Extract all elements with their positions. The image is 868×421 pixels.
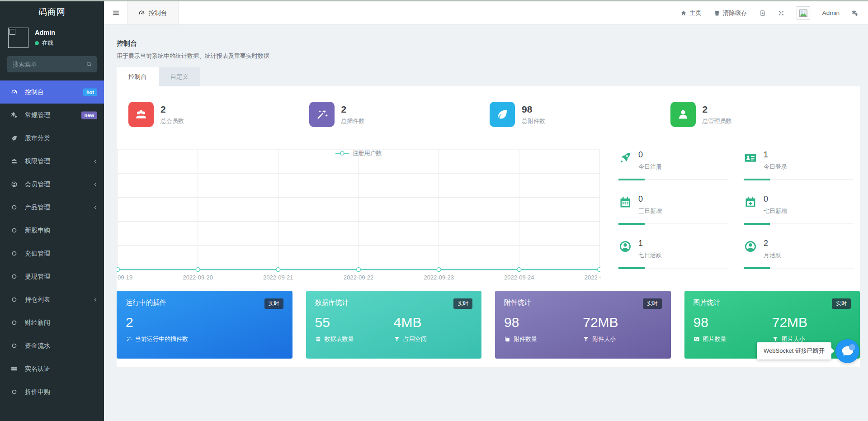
metric-card-body: 55 数据表数量 4MB 占用空间 — [315, 309, 473, 343]
quick-stat-text: 0 七日新增 — [764, 194, 787, 215]
svg-text:2022-09-21: 2022-09-21 — [263, 274, 293, 281]
quick-stat: 0 今日注册 — [618, 148, 728, 180]
quick-stat-value: 0 — [638, 150, 662, 160]
chevron-left-icon — [92, 158, 98, 164]
menu-search-input[interactable] — [7, 56, 97, 72]
metric-card-head: 附件统计 实时 — [504, 298, 662, 309]
quick-stat-label: 今日注册 — [638, 163, 662, 171]
circle-icon — [11, 296, 21, 303]
sidebar-item-label: 股市分类 — [25, 134, 50, 142]
content-tabs: 控制台 自定义 — [117, 67, 860, 86]
sidebar-item[interactable]: 新股申购 — [0, 219, 104, 242]
sidebar-item[interactable]: 折价申购 — [0, 380, 104, 403]
filter-icon — [394, 336, 400, 342]
metric-label: 当前运行中的插件数 — [135, 335, 188, 343]
page-subtitle: 用于展示当前系统中的统计数据、统计报表及重要实时数据 — [117, 52, 860, 60]
metric-card-body: 98 附件数量 72MB 附件大小 — [504, 309, 662, 343]
circle-icon — [11, 227, 21, 234]
stat-item: 2 总管理员数 — [670, 102, 851, 127]
quick-stat-text: 1 七日活跃 — [638, 239, 662, 260]
content-tab[interactable]: 控制台 — [117, 67, 159, 86]
quick-stat-text: 0 今日注册 — [638, 150, 662, 171]
sidebar-item[interactable]: 资金流水 — [0, 334, 104, 357]
chat-notch — [849, 344, 855, 350]
stat-text: 98 总附件数 — [522, 104, 545, 125]
stat-label: 总附件数 — [522, 117, 545, 125]
sidebar-item[interactable]: 常规管理 new — [0, 104, 104, 127]
chevron-left-icon — [92, 297, 98, 303]
metric-label: 图片数量 — [703, 335, 726, 343]
sidebar-item-label: 产品管理 — [25, 203, 50, 212]
users-icon — [11, 158, 21, 165]
user-panel: Admin 在线 — [0, 23, 104, 53]
stat-item: 98 总附件数 — [490, 102, 670, 127]
websocket-tooltip: WebSocket 链接已断开 — [757, 342, 831, 360]
quick-stats-grid: 0 今日注册 1 今日登录 — [618, 148, 854, 284]
stat-text: 2 总会员数 — [160, 104, 184, 125]
metric-label-row: 数据表数量 — [315, 335, 394, 343]
quick-stat-value: 0 — [764, 194, 787, 204]
menu-icon[interactable] — [112, 9, 120, 17]
registered-users-chart: 注册用户数 2022-09-192022-09-202022-09-212022… — [117, 148, 600, 284]
home-label: 主页 — [689, 9, 702, 17]
content-tab[interactable]: 自定义 — [159, 67, 201, 86]
user-circle-icon — [744, 240, 757, 253]
chat-button[interactable] — [835, 339, 859, 363]
user-icon — [670, 102, 696, 127]
realtime-badge: 实时 — [453, 298, 472, 309]
quick-stat-value: 1 — [764, 150, 787, 160]
fullscreen-icon[interactable] — [778, 10, 784, 16]
topbar-username[interactable]: Admin — [822, 9, 840, 16]
quick-stat-text: 2 月活跃 — [764, 239, 781, 260]
topbar-tab-dashboard[interactable]: 控制台 — [127, 1, 179, 24]
user-name: Admin — [35, 29, 55, 36]
gears-icon[interactable] — [852, 10, 858, 16]
quick-stat: 0 三日新增 — [618, 193, 728, 224]
app-logo[interactable]: 码商网 — [0, 1, 104, 23]
quick-stat: 2 月活跃 — [744, 237, 854, 269]
metric-card-head: 运行中的插件 实时 — [126, 298, 283, 309]
sidebar-item[interactable]: 财经新闻 — [0, 311, 104, 334]
svg-text:2022-09-24: 2022-09-24 — [504, 274, 534, 281]
page-head: 控制台 用于展示当前系统中的统计数据、统计报表及重要实时数据 — [117, 39, 860, 60]
sidebar-item[interactable]: 会员管理 — [0, 173, 104, 196]
circle-icon — [11, 273, 21, 280]
quick-stat: 1 今日登录 — [744, 148, 854, 180]
language-icon[interactable] — [760, 10, 766, 16]
calendar-icon — [618, 195, 632, 209]
menu-search — [7, 56, 97, 72]
home-link[interactable]: 主页 — [680, 9, 702, 17]
svg-text:2022-09-23: 2022-09-23 — [424, 274, 454, 281]
quick-stat-text: 1 今日登录 — [764, 150, 787, 171]
quick-stat-text: 0 三日新增 — [638, 194, 662, 215]
quick-stat-value: 0 — [638, 194, 662, 204]
metric-card: 附件统计 实时 98 附件数量 72MB — [495, 291, 671, 359]
websocket-message: WebSocket 链接已断开 — [764, 347, 825, 355]
online-dot — [35, 41, 39, 45]
main-content: 控制台 用于展示当前系统中的统计数据、统计报表及重要实时数据 控制台 自定义 2… — [104, 25, 868, 421]
sidebar-item[interactable]: 股市分类 — [0, 127, 104, 150]
sidebar-item[interactable]: 实名认证 — [0, 357, 104, 380]
chart-legend[interactable]: 注册用户数 — [117, 149, 600, 157]
sidebar-item[interactable]: 充值管理 — [0, 242, 104, 265]
quick-stat-label: 三日新增 — [638, 207, 662, 215]
metric-card-title: 图片统计 — [693, 298, 721, 307]
sidebar-item[interactable]: 持仓列表 — [0, 288, 104, 311]
metric-value: 2 — [126, 315, 204, 330]
sidebar-item[interactable]: 权限管理 — [0, 150, 104, 173]
topbar-avatar[interactable] — [797, 6, 810, 20]
sidebar-item[interactable]: 产品管理 — [0, 196, 104, 219]
svg-text:2022-09-22: 2022-09-22 — [344, 274, 374, 281]
credit-card-icon — [11, 365, 21, 372]
clear-cache-link[interactable]: 清除缓存 — [714, 9, 747, 17]
sidebar-item-label: 提现管理 — [25, 273, 50, 281]
sidebar: 码商网 Admin 在线 控制台 hot 常规管理 — [0, 1, 104, 421]
metric-card: 数据库统计 实时 55 数据表数量 4MB — [306, 291, 482, 359]
clear-cache-label: 清除缓存 — [723, 9, 747, 17]
sidebar-item-label: 资金流水 — [25, 342, 50, 350]
metric-label: 数据表数量 — [325, 335, 354, 343]
metric-label-row: 附件大小 — [583, 335, 661, 343]
chart-plot-area: 2022-09-192022-09-202022-09-212022-09-22… — [117, 148, 600, 284]
sidebar-item[interactable]: 提现管理 — [0, 265, 104, 288]
sidebar-item[interactable]: 控制台 hot — [0, 80, 104, 104]
